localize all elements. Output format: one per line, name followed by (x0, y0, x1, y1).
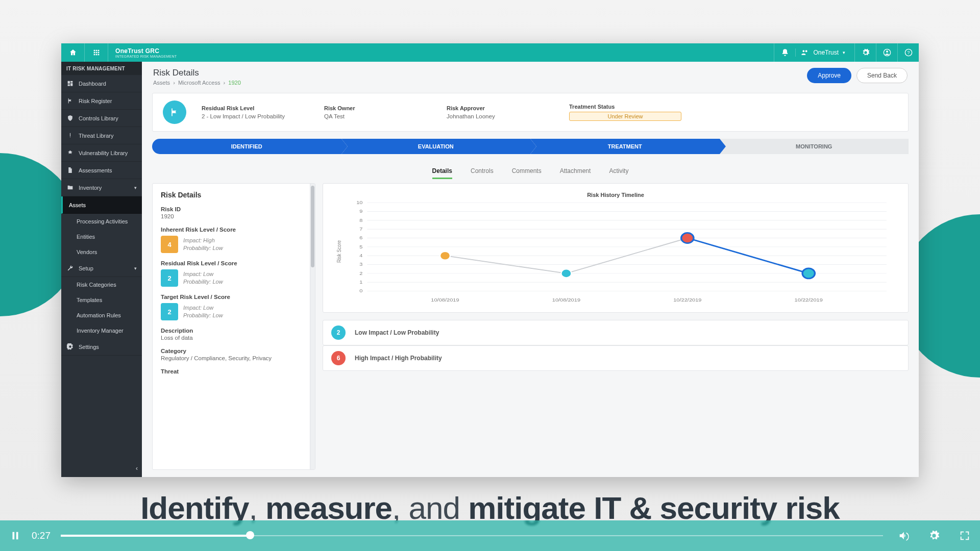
sidebar-item-risk-register[interactable]: Risk Register (61, 92, 142, 110)
tab-details[interactable]: Details (432, 164, 452, 179)
tab-comments[interactable]: Comments (512, 164, 542, 179)
residual-impact: Impact: Low (183, 270, 223, 278)
bell-icon[interactable] (774, 43, 795, 62)
legend-red[interactable]: 6High Impact / High Probability (323, 345, 909, 371)
stage-monitoring[interactable]: MONITORING (720, 139, 909, 154)
settings-icon[interactable] (919, 520, 949, 551)
app-window: OneTrust GRC INTEGRATED RISK MANAGEMENT … (61, 43, 919, 477)
crumb-assets[interactable]: Assets (153, 80, 170, 86)
crumb-item[interactable]: Microsoft Access (178, 80, 220, 86)
scrollbar-thumb[interactable] (311, 186, 314, 267)
svg-text:10/08/2019: 10/08/2019 (552, 297, 581, 303)
target-probability: Probability: Low (183, 312, 223, 319)
brand-label: OneTrust GRC INTEGRATED RISK MANAGEMENT (108, 47, 184, 58)
tenant-switcher[interactable]: OneTrust ▾ (795, 48, 854, 57)
legend-label: High Impact / High Probability (355, 355, 442, 362)
residual-probability: Probability: Low (183, 278, 223, 286)
pause-button[interactable] (0, 520, 31, 551)
sidebar: IT RISK MANAGEMENT DashboardRisk Registe… (61, 62, 142, 477)
wrench-icon (66, 265, 74, 272)
legend-badge: 6 (331, 351, 346, 365)
tab-controls[interactable]: Controls (471, 164, 494, 179)
sidebar-item-entities[interactable]: Entities (61, 229, 142, 244)
svg-point-1 (886, 51, 888, 53)
sidebar-item-automation-rules[interactable]: Automation Rules (61, 308, 142, 323)
threat-label: Threat (161, 368, 302, 374)
treatment-status-badge: Under Review (569, 112, 681, 121)
target-score-badge: 2 (161, 303, 178, 320)
top-bar: OneTrust GRC INTEGRATED RISK MANAGEMENT … (61, 43, 919, 62)
chevron-down-icon: ▾ (843, 50, 845, 55)
sidebar-item-assessments[interactable]: Assessments (61, 162, 142, 179)
sidebar-item-assets[interactable]: Assets (61, 196, 142, 214)
residual-score-badge: 2 (161, 269, 178, 287)
target-impact: Impact: Low (183, 304, 223, 312)
svg-point-31 (440, 252, 450, 260)
seek-track[interactable] (61, 534, 883, 537)
inherent-impact: Impact: High (183, 237, 223, 244)
profile-icon[interactable] (876, 43, 897, 62)
risk-history-chart: Risk History Timeline 012345678910Risk S… (323, 183, 909, 313)
inherent-score-badge: 4 (161, 236, 178, 253)
sidebar-item-vendors[interactable]: Vendors (61, 244, 142, 260)
svg-text:1: 1 (359, 280, 363, 285)
legend-blue[interactable]: 2Low Impact / Low Probability (323, 320, 909, 345)
gear-icon (66, 343, 74, 350)
approver-label: Risk Approver (447, 105, 554, 111)
svg-point-32 (561, 269, 571, 278)
playback-time: 0:27 (32, 530, 51, 541)
svg-text:4: 4 (359, 253, 363, 258)
sidebar-item-processing-activities[interactable]: Processing Activities (61, 214, 142, 229)
sidebar-title: IT RISK MANAGEMENT (61, 62, 142, 75)
svg-text:8: 8 (359, 217, 363, 222)
home-icon[interactable] (61, 43, 85, 62)
sidebar-item-templates[interactable]: Templates (61, 292, 142, 308)
svg-text:5: 5 (359, 244, 363, 249)
approve-button[interactable]: Approve (807, 68, 851, 83)
svg-text:7: 7 (359, 227, 363, 232)
riskid-label: Risk ID (161, 206, 302, 212)
legend-label: Low Impact / Low Probability (355, 329, 439, 336)
sidebar-item-inventory[interactable]: Inventory▾ (61, 179, 142, 196)
owner-label: Risk Owner (324, 105, 431, 111)
tab-activity[interactable]: Activity (609, 164, 628, 179)
help-icon[interactable]: ? (897, 43, 919, 62)
scrollbar[interactable] (310, 184, 315, 469)
category-value: Regulatory / Compliance, Security, Priva… (161, 355, 302, 361)
svg-text:10/08/2019: 10/08/2019 (431, 297, 459, 303)
tab-attachment[interactable]: Attachment (560, 164, 591, 179)
svg-text:10/22/2019: 10/22/2019 (673, 297, 702, 303)
fullscreen-icon[interactable] (949, 520, 980, 551)
sidebar-item-setup[interactable]: Setup▾ (61, 260, 142, 277)
volume-icon[interactable] (888, 520, 919, 551)
sidebar-item-inventory-manager[interactable]: Inventory Manager (61, 323, 142, 338)
stage-treatment[interactable]: TREATMENT (530, 139, 720, 154)
sidebar-item-controls-library[interactable]: Controls Library (61, 110, 142, 127)
chart-title: Risk History Timeline (333, 192, 898, 198)
legend-badge: 2 (331, 325, 346, 340)
sidebar-item-dashboard[interactable]: Dashboard (61, 75, 142, 92)
riskid-value: 1920 (161, 213, 302, 219)
workflow-stages: IDENTIFIEDEVALUATIONTREATMENTMONITORING (152, 139, 909, 154)
sidebar-item-settings[interactable]: Settings (61, 338, 142, 356)
bug-icon (66, 149, 74, 157)
svg-text:10/22/2019: 10/22/2019 (795, 297, 823, 303)
stage-evaluation[interactable]: EVALUATION (341, 139, 531, 154)
doc-icon (66, 167, 74, 174)
send-back-button[interactable]: Send Back (856, 68, 908, 83)
sidebar-item-threat-library[interactable]: Threat Library (61, 127, 142, 144)
risk-details-heading: Risk Details (161, 191, 302, 199)
alert-icon (66, 132, 74, 139)
video-player-bar: 0:27 (0, 520, 980, 551)
treatment-status-label: Treatment Status (569, 104, 898, 110)
svg-text:0: 0 (359, 288, 363, 293)
seek-knob[interactable] (246, 531, 254, 539)
sidebar-item-vulnerability-library[interactable]: Vulnerability Library (61, 144, 142, 162)
collapse-sidebar-icon[interactable]: ‹ (136, 465, 138, 472)
svg-point-34 (802, 268, 815, 279)
stage-identified[interactable]: IDENTIFIED (152, 139, 341, 154)
apps-icon[interactable] (85, 43, 108, 62)
gear-icon[interactable] (854, 43, 876, 62)
crumb-current: 1920 (228, 80, 240, 86)
sidebar-item-risk-categories[interactable]: Risk Categories (61, 277, 142, 292)
